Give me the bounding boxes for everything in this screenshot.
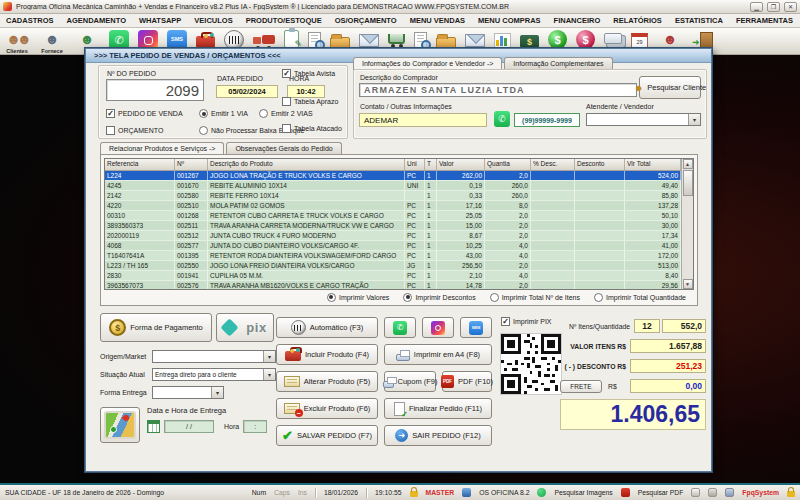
shopping-toolbox-icon[interactable]	[196, 36, 215, 48]
atendente-dropdown[interactable]	[586, 113, 701, 126]
forma-pagamento-button[interactable]: $ Forma de Pagamento	[100, 313, 212, 342]
whatsapp-contact-icon[interactable]: ✆	[494, 111, 510, 127]
imprimir-a4-button[interactable]: Imprimir em A4 (F8)	[384, 344, 492, 365]
phone-field[interactable]: (99)99999-9999	[514, 113, 580, 127]
screen-status-icon[interactable]	[725, 488, 734, 497]
pesquisar-cliente-button[interactable]: ☻ Pesquisar Cliente	[639, 76, 701, 99]
table-row[interactable]: 00310 001268 RETENTOR CUBO CARRETA E TRU…	[105, 211, 681, 221]
table-row[interactable]: L224 001267 JOGO LONA TRAÇÃO E TRUCK VOL…	[105, 171, 681, 181]
salvar-pedido-button[interactable]: ✔ SALVAR PEDIDO (F7)	[276, 425, 378, 446]
col-header-desconto[interactable]: Desconto	[575, 159, 625, 170]
menu-item[interactable]: CADASTROS	[6, 16, 54, 25]
table-row[interactable]: 4245 001670 REBITE ALUMINIO 10X14 UNI 1 …	[105, 181, 681, 191]
automatico-button[interactable]: Automático (F3)	[276, 317, 378, 338]
col-header-numero[interactable]: Nº	[175, 159, 208, 170]
order-number-field[interactable]: 2099	[106, 79, 204, 101]
sms-send-button[interactable]: SMS	[460, 317, 492, 338]
document-search-icon-2[interactable]	[414, 32, 427, 49]
sair-pedido-button[interactable]: ➜ SAIR PEDIDO (F12)	[384, 425, 492, 446]
tab-observacoes-pedido[interactable]: Observações Gerais do Pedido	[226, 142, 341, 154]
pesquisar-pdf-link[interactable]: Pesquisar PDF	[638, 489, 684, 496]
document-search-icon[interactable]	[308, 32, 321, 49]
contact-field[interactable]: ADEMAR	[359, 113, 487, 127]
work-order-icon[interactable]	[284, 30, 299, 48]
table-row[interactable]: 3893560373 002511 TRAVA ARANHA CARRETA M…	[105, 221, 681, 231]
dollar-green-icon[interactable]: $	[548, 30, 567, 49]
origem-dropdown[interactable]	[152, 350, 276, 363]
tabela-aprazo-checkbox[interactable]: Tabela Aprazo	[282, 97, 338, 106]
orcamento-checkbox[interactable]: ORÇAMENTO	[106, 126, 163, 135]
menu-item[interactable]: VEICULOS	[194, 16, 232, 25]
emitir-2vias-radio[interactable]: Emitir 2 VIAS	[259, 109, 313, 118]
pdf-status-icon[interactable]	[621, 488, 630, 497]
table-row[interactable]: 2142 002580 REBITE FERRO 10X14 1 0,33 26…	[105, 191, 681, 201]
menu-item[interactable]: OS/ORÇAMENTO	[335, 16, 397, 25]
col-header-desc-pct[interactable]: % Desc.	[531, 159, 575, 170]
table-row[interactable]: 4068 002577 JUNTA DO CUBO DIANTEIRO VOLK…	[105, 241, 681, 251]
menu-item[interactable]: RELATÓRIOS	[613, 16, 662, 25]
table-row[interactable]: 202000119 002512 JUNTA CUBO TRUCK 4 FURO…	[105, 231, 681, 241]
col-header-quantia[interactable]: Quantia	[485, 159, 531, 170]
imprimir-valores-radio[interactable]: Imprimir Valores	[327, 293, 389, 302]
calendar-icon[interactable]: 29	[631, 33, 648, 48]
pedido-venda-checkbox[interactable]: PEDIDO DE VENDA	[106, 109, 183, 118]
menu-item[interactable]: AGENDAMENTO	[67, 16, 126, 25]
table-row[interactable]: 4220 002510 MOLA PATIM 02 GOMOS PC 1 17,…	[105, 201, 681, 211]
col-header-uni[interactable]: Uni	[405, 159, 425, 170]
incluir-produto-button[interactable]: Incluir Produto (F4)	[276, 344, 378, 365]
delivery-truck-icon[interactable]	[253, 35, 275, 48]
minimize-button[interactable]: ▁	[750, 2, 763, 12]
toolbar-fornecedor-button[interactable]: ☻ Fornece	[39, 30, 65, 54]
grid-scrollbar[interactable]: ▲ ▼	[681, 159, 693, 289]
col-header-referencia[interactable]: Referencia	[105, 159, 175, 170]
pesquisar-imagens-link[interactable]: Pesquisar Imagens	[554, 489, 612, 496]
report-icon[interactable]	[691, 488, 700, 497]
mail-icon-2[interactable]	[465, 34, 485, 47]
exit-door-icon[interactable]	[700, 32, 713, 49]
toolbar-funcionario-button[interactable]: ☻	[74, 30, 100, 48]
printer-status-icon[interactable]	[708, 488, 717, 497]
menu-item[interactable]: FINANCEIRO	[554, 16, 601, 25]
frete-field[interactable]: 0,00	[630, 379, 706, 393]
imprimir-total-quantidade-radio[interactable]: Imprimir Total Quantidade	[594, 293, 686, 302]
sms-icon[interactable]: SMS	[167, 30, 187, 50]
credit-cards-icon[interactable]	[604, 33, 622, 44]
menu-item[interactable]: PRODUTO/ESTOQUE	[246, 16, 322, 25]
frete-button[interactable]: FRETE	[560, 380, 602, 393]
data-entrega-field[interactable]: / /	[164, 420, 214, 433]
imprimir-total-itens-radio[interactable]: Imprimir Total Nº de Itens	[490, 293, 580, 302]
col-header-vlr-total[interactable]: Vlr Total	[625, 159, 681, 170]
menu-item[interactable]: FERRAMENTAS	[736, 16, 793, 25]
menu-item[interactable]: WHATSAPP	[139, 16, 181, 25]
mail-icon[interactable]	[359, 34, 379, 47]
tabela-atacado-checkbox[interactable]: Tabela Atacado	[282, 124, 342, 133]
calendar-small-icon[interactable]	[147, 420, 160, 433]
whatsapp-status-icon[interactable]	[537, 488, 546, 497]
dollar-red-icon[interactable]: $	[576, 30, 595, 49]
instagram-icon[interactable]	[138, 30, 158, 50]
instagram-send-button[interactable]	[422, 317, 454, 338]
pix-button[interactable]: pix	[216, 313, 274, 342]
order-date-field[interactable]: 05/02/2024	[216, 85, 278, 98]
table-row[interactable]: 2830 001941 CUPILHA 05 M.M. PC 1 2,10 4,…	[105, 271, 681, 281]
table-row[interactable]: 3963567073 002576 TRAVA ARANHA MB1620/VO…	[105, 281, 681, 290]
menu-item[interactable]: MENU VENDAS	[410, 16, 465, 25]
buyer-description-field[interactable]: ARMAZEN SANTA LUZIA LTDA	[359, 83, 637, 97]
toolbar-clientes-button[interactable]: ☻☻ Clientes	[4, 30, 30, 54]
col-header-t[interactable]: T	[425, 159, 437, 170]
imprimir-pix-checkbox[interactable]: Imprimir PIX	[501, 317, 552, 326]
emitir-1via-radio[interactable]: Emitir 1 VIA	[199, 109, 248, 118]
whatsapp-send-button[interactable]: ✆	[384, 317, 416, 338]
menu-item[interactable]: MENU COMPRAS	[478, 16, 541, 25]
tab-informacao-complementar[interactable]: Informação Complementares	[504, 57, 612, 69]
col-header-descricao[interactable]: Descrição do Produto	[208, 159, 405, 170]
forma-entrega-dropdown[interactable]	[152, 386, 224, 399]
scroll-up-icon[interactable]: ▲	[683, 159, 693, 169]
mapa-button[interactable]	[100, 407, 140, 443]
close-button[interactable]: ✕	[784, 2, 797, 12]
scroll-thumb[interactable]	[683, 170, 693, 196]
excluir-produto-button[interactable]: Excluir Produto (F6)	[276, 398, 378, 419]
money-icon[interactable]: $	[520, 35, 539, 48]
maximize-button[interactable]: ❐	[767, 2, 780, 12]
alterar-produto-button[interactable]: Alterar Produto (F5)	[276, 371, 378, 392]
